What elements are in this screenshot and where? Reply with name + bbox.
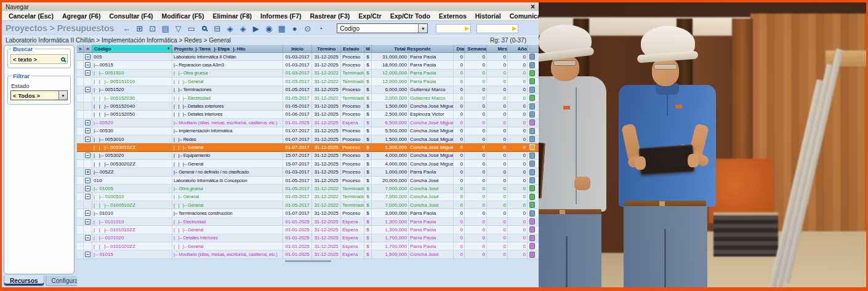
menu-item[interactable]: Informes (F7)	[256, 12, 306, 20]
close-icon[interactable]: ×	[531, 4, 535, 10]
view-icon[interactable]: ◉	[263, 23, 275, 34]
col-semana[interactable]: Semana	[465, 45, 487, 52]
estado-select[interactable]: < Todos > ▼	[10, 90, 68, 100]
copy-icon[interactable]: ▤	[159, 23, 171, 34]
menu-item[interactable]: Historial	[471, 12, 505, 20]
table-row[interactable]: − |-- 01015 |-- Moviliario (sillas, mesa…	[77, 250, 539, 258]
table-row[interactable]: − | |-- 0053020 | |-- Equipamiento 15-07…	[77, 152, 539, 160]
table-row[interactable]: + |-- 005ZZ |-- General / no definido / …	[77, 168, 539, 176]
menu-item[interactable]: Rastrear (F3)	[306, 12, 355, 20]
table-row[interactable]: − |-- 01010 |-- Terminaciones construcci…	[77, 209, 539, 217]
table-row[interactable]: − | |-- 0051520 | |-- Terminaciones 01-0…	[77, 86, 539, 94]
menu-item[interactable]: Exp/Ctr Todo	[386, 12, 435, 20]
col-dia[interactable]: Día	[454, 45, 465, 52]
table-row[interactable]: − 010 Laboratorio Informática III Concep…	[77, 177, 539, 185]
col-marker[interactable]: >	[77, 45, 84, 52]
menu-item[interactable]: Agregar (F6)	[58, 12, 105, 20]
expand-toggle-icon[interactable]	[84, 160, 92, 167]
table-row[interactable]: | | |-- 005152030 | | |-- Electricidad 0…	[77, 94, 539, 102]
sort-field-select[interactable]: Codigo ▼	[337, 23, 428, 33]
table-row[interactable]: | | |-- 005152040 | | |-- Detalles exter…	[77, 102, 539, 110]
table-row[interactable]: − |-- 00520 |-- Moviliario (sillas, mesa…	[77, 119, 539, 127]
menu-item[interactable]: Comunicar	[505, 12, 539, 20]
expand-toggle-icon[interactable]: −	[84, 193, 92, 201]
expand-toggle-icon[interactable]	[84, 78, 92, 85]
expand-toggle-icon[interactable]: −	[84, 53, 92, 60]
splitter-handle[interactable]	[285, 260, 331, 262]
table-row[interactable]: − 005 Laboratorio Informática II Chillán…	[77, 53, 539, 61]
menu-item[interactable]: Exp/Ctr	[354, 12, 385, 20]
expand-toggle-icon[interactable]: −	[84, 218, 92, 225]
expand-toggle-icon[interactable]: −	[84, 135, 92, 143]
search-input[interactable]: < texto >	[10, 54, 68, 64]
expand-toggle-icon[interactable]: −	[84, 209, 92, 217]
expand-toggle-icon[interactable]	[84, 94, 92, 102]
expand-toggle-icon[interactable]: −	[84, 86, 92, 94]
quick-search-field-1[interactable]: ▶	[436, 24, 471, 33]
menu-item[interactable]: Modificar (F5)	[158, 12, 209, 20]
menu-item[interactable]: Eliminar (F8)	[208, 12, 256, 20]
table-row[interactable]: − | |-- 0101010 | |-- Electricidad 01-01…	[77, 218, 539, 226]
expand-toggle-icon[interactable]	[84, 201, 92, 209]
expand-toggle-icon[interactable]: −	[84, 119, 92, 126]
delete-icon[interactable]: ▽	[172, 23, 184, 34]
search-icon[interactable]	[198, 23, 210, 34]
table-row[interactable]: − |-- 00530 |-- Implementación Informáti…	[77, 127, 539, 135]
col-estado[interactable]: Estado	[341, 45, 364, 52]
menu-item[interactable]: Consultar (F4)	[105, 12, 157, 20]
col-proyecto[interactable]: Proyecto |- Tarea |- Etapa |- Hito	[172, 45, 283, 52]
chevron-down-icon[interactable]: ▼	[58, 91, 67, 100]
expand-toggle-icon[interactable]: −	[84, 152, 92, 159]
expand-toggle-icon[interactable]: −	[84, 250, 92, 258]
table-row[interactable]: | | |-- 0053010ZZ | | |-- General 01-07-…	[77, 143, 539, 151]
table-row[interactable]: − | |-- 0100510 | |-- General 01-05-2017…	[77, 193, 539, 201]
back-icon[interactable]: ←	[121, 23, 132, 34]
col-moneda[interactable]: M	[364, 45, 372, 52]
collapse-icon[interactable]: ⊟	[211, 23, 223, 34]
quick-search-field-2[interactable]: ▶	[476, 24, 518, 33]
expand-toggle-icon[interactable]: −	[84, 234, 92, 242]
table-row[interactable]: | | |-- 0100510ZZ | | |-- General 01-05-…	[77, 201, 539, 209]
expand-toggle-icon[interactable]: −	[84, 61, 92, 68]
table-row[interactable]: − | |-- 0101020 | |-- Detalles interiore…	[77, 234, 539, 242]
history-icon[interactable]: ◔	[315, 23, 326, 34]
comment-icon[interactable]: ●	[289, 23, 300, 34]
table-row[interactable]: | | |-- 0053020ZZ | | |-- General 15-07-…	[77, 160, 539, 168]
expand-toggle-icon[interactable]	[84, 226, 92, 233]
search-icon[interactable]	[61, 57, 65, 62]
sidebar-tab-recursos[interactable]: Recursos	[4, 276, 44, 286]
menu-item[interactable]: Externos	[435, 12, 471, 20]
modules-icon[interactable]: ▦	[276, 23, 287, 34]
col-codigo[interactable]: Código ▼	[92, 45, 172, 52]
target-icon[interactable]: ⊙	[302, 23, 313, 34]
table-row[interactable]: − | |-- 0051510 | |-- Obra gruesa 01-03-…	[77, 70, 539, 78]
table-row[interactable]: | | |-- 0101010ZZ | | |-- General 01-01-…	[77, 226, 539, 234]
col-total-responde[interactable]: Total Responde	[372, 45, 454, 52]
table-row[interactable]: | | |-- 005152050 | | |-- Detalles inter…	[77, 111, 539, 119]
expand-toggle-icon[interactable]: −	[84, 185, 92, 192]
chevron-down-icon[interactable]: ▼	[418, 24, 427, 33]
expand-toggle-icon[interactable]: −	[84, 127, 92, 135]
col-expand[interactable]: +	[84, 45, 92, 52]
col-mes[interactable]: Mes	[487, 45, 508, 52]
menu-item[interactable]: Cancelar (Esc)	[4, 12, 58, 20]
expand-toggle-icon[interactable]	[84, 143, 92, 151]
col-inicio[interactable]: Inicio	[283, 45, 312, 52]
expand-toggle-icon[interactable]: −	[84, 70, 92, 77]
table-row[interactable]: − | |-- 0053010 | |-- Redes 01-07-2017 3…	[77, 135, 539, 143]
col-ano[interactable]: Año	[508, 45, 528, 52]
expand-toggle-icon[interactable]	[84, 111, 92, 118]
expand-toggle-icon[interactable]	[84, 242, 92, 250]
nav-prev-icon[interactable]: ◈	[224, 23, 236, 34]
table-row[interactable]: − |-- 01005 |-- Obra gruesa 01-05-2017 3…	[77, 185, 539, 193]
add-icon[interactable]: ⊞	[134, 23, 145, 34]
expand-toggle-icon[interactable]: +	[84, 168, 92, 175]
go-arrow-icon[interactable]: ▶	[512, 26, 516, 31]
expand-toggle-icon[interactable]: −	[84, 177, 92, 184]
table-row[interactable]: | | |-- 0101020ZZ | | |-- General 01-01-…	[77, 242, 539, 250]
detail-icon[interactable]: ▶	[250, 23, 262, 34]
go-arrow-icon[interactable]: ▶	[465, 26, 469, 31]
table-row[interactable]: | | |-- 005151010 | | |-- General 01-03-…	[77, 78, 539, 86]
table-row[interactable]: − |-- 00515 |-- Reparacion casa A3m3 01-…	[77, 61, 539, 69]
print-icon[interactable]: ▭	[185, 23, 197, 34]
